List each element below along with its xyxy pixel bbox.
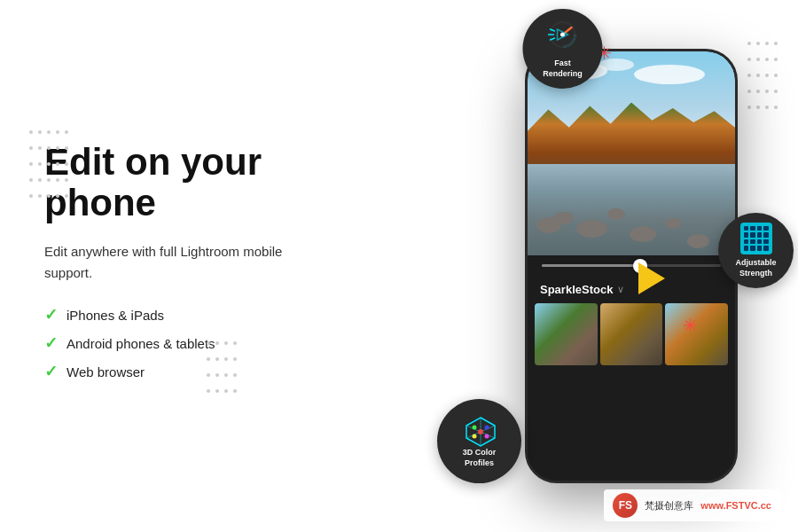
- phone-screen: SparkleStock ∨: [528, 51, 735, 481]
- badge-fast-label-1: Fast: [554, 59, 571, 69]
- play-arrow: [638, 262, 665, 298]
- 3d-color-icon: [463, 414, 497, 448]
- rock-4: [607, 208, 625, 220]
- subtitle-text: Edit anywhere with full Lightroom mobile…: [44, 241, 293, 284]
- slider-fill: [542, 264, 640, 267]
- presets-chevron: ∨: [617, 284, 624, 295]
- cloud-3: [634, 65, 705, 84]
- watermark: FS 梵摄创意库 www.FSTVC.cc: [604, 489, 780, 521]
- feature-list: ✓ iPhones & iPads ✓ Android phones & tab…: [44, 305, 293, 381]
- checkmark-3: ✓: [44, 362, 58, 381]
- dot-grid-bottom: [204, 335, 239, 399]
- star-mid-left: ✳: [683, 315, 698, 336]
- preset-thumb-1[interactable]: [535, 303, 598, 365]
- watermark-logo: FS: [613, 493, 638, 518]
- svg-point-17: [484, 434, 489, 438]
- phone-mockup: SparkleStock ∨: [525, 49, 738, 483]
- right-content: ✳ ✳: [337, 0, 798, 532]
- svg-point-14: [472, 425, 476, 429]
- phone-slider-area: [528, 255, 735, 276]
- river-layer: [528, 164, 735, 256]
- feature-item-3: ✓ Web browser: [44, 362, 293, 381]
- slider-track[interactable]: [542, 264, 721, 267]
- badge-3d-label-2: Profiles: [465, 458, 494, 469]
- svg-point-16: [472, 434, 476, 438]
- preset-thumb-2[interactable]: [600, 303, 663, 365]
- feature-text-1: iPhones & iPads: [66, 308, 164, 323]
- fast-render-icon: [547, 19, 579, 57]
- rock-2: [554, 212, 574, 224]
- presets-label: SparkleStock: [540, 283, 613, 296]
- left-content: Edit on your phone Edit anywhere with fu…: [0, 106, 337, 426]
- badge-3d-color: 3D Color Profiles: [437, 399, 521, 483]
- feature-text-2: Android phones & tablets: [66, 336, 215, 351]
- dot-grid-left: [27, 124, 71, 204]
- presets-header: SparkleStock ∨: [528, 276, 735, 303]
- badge-adjustable-strength: Adjustable Strength: [718, 213, 794, 288]
- rock-5: [630, 226, 656, 242]
- main-title: Edit on your phone: [44, 142, 293, 223]
- watermark-brand: 梵摄创意库: [645, 499, 693, 512]
- feature-item-1: ✓ iPhones & iPads: [44, 305, 293, 325]
- svg-point-15: [484, 425, 489, 429]
- feature-text-3: Web browser: [66, 364, 145, 379]
- dot-grid-right: [745, 35, 780, 115]
- badge-fast-rendering: Fast Rendering: [523, 9, 603, 89]
- rock-7: [687, 234, 709, 248]
- badge-adj-label-2: Strength: [739, 269, 772, 279]
- svg-marker-0: [638, 262, 665, 294]
- checkmark-2: ✓: [44, 333, 58, 353]
- svg-point-13: [478, 429, 483, 434]
- preset-thumbnails: [528, 303, 735, 481]
- feature-item-2: ✓ Android phones & tablets: [44, 333, 293, 353]
- adjustable-icon: [740, 223, 772, 254]
- page-container: Edit on your phone Edit anywhere with fu…: [0, 0, 798, 532]
- watermark-url: www.FSTVC.cc: [700, 500, 771, 511]
- checkmark-1: ✓: [44, 305, 58, 325]
- rock-3: [576, 220, 607, 238]
- rock-6: [665, 218, 681, 229]
- badge-adj-label-1: Adjustable: [735, 258, 776, 269]
- badge-fast-label-2: Rendering: [543, 69, 583, 80]
